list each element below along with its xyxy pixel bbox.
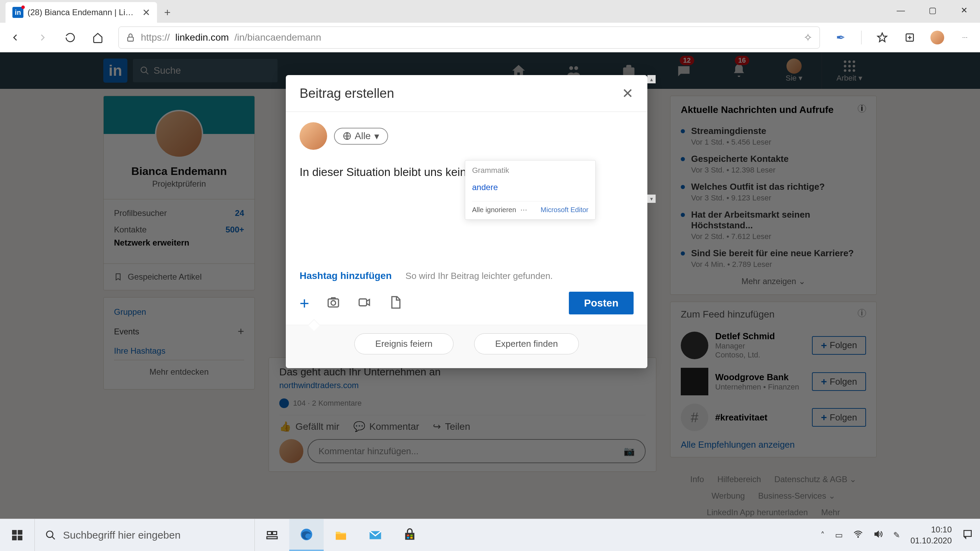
modal-title: Beitrag erstellen <box>299 86 394 101</box>
maximize-icon[interactable]: ▢ <box>916 0 948 21</box>
add-content-icon[interactable]: + <box>299 294 309 313</box>
svg-rect-20 <box>18 530 23 535</box>
svg-rect-31 <box>407 535 409 536</box>
svg-rect-26 <box>267 537 277 538</box>
address-bar[interactable]: https://linkedin.com/in/biancaendemann ✧ <box>118 27 820 49</box>
url-domain: linkedin.com <box>175 32 229 43</box>
scroll-up-icon[interactable]: ▴ <box>648 75 655 83</box>
wifi-icon[interactable] <box>853 529 863 541</box>
store-app-icon[interactable] <box>393 519 427 551</box>
hashtag-info: So wird Ihr Beitrag leichter gefunden. <box>406 271 553 281</box>
lock-icon <box>126 33 135 42</box>
tab-title: (28) Bianca Endemann | Linked... <box>27 8 138 17</box>
svg-point-23 <box>46 531 53 538</box>
clock[interactable]: 10:10 01.10.2020 <box>910 524 952 546</box>
svg-rect-25 <box>273 531 277 535</box>
svg-rect-21 <box>12 535 17 540</box>
linkedin-favicon: in <box>13 7 24 18</box>
popup-category: Grammatik <box>472 166 589 175</box>
svg-rect-24 <box>267 531 272 535</box>
mail-app-icon[interactable] <box>358 519 393 551</box>
more-icon[interactable]: ⋯ <box>520 205 527 214</box>
suggestion-option[interactable]: andere <box>472 179 589 196</box>
document-icon[interactable] <box>388 295 402 311</box>
task-view-icon[interactable] <box>255 519 289 551</box>
chip-find-experts[interactable]: Experten finden <box>474 333 579 354</box>
edge-app-icon[interactable] <box>289 519 324 551</box>
close-icon[interactable]: ✕ <box>622 85 633 101</box>
tray-chevron-icon[interactable]: ˄ <box>821 530 825 540</box>
svg-rect-32 <box>410 535 413 536</box>
favorites-icon[interactable] <box>875 31 889 45</box>
visibility-dropdown[interactable]: Alle ▾ <box>334 128 388 145</box>
refresh-icon[interactable] <box>64 31 77 45</box>
url-protocol: https:// <box>141 32 170 43</box>
svg-point-17 <box>331 301 336 305</box>
svg-rect-28 <box>336 534 346 540</box>
search-icon <box>45 530 56 541</box>
notifications-tray-icon[interactable] <box>962 529 973 542</box>
svg-rect-18 <box>359 299 367 306</box>
forward-icon <box>36 31 49 45</box>
volume-icon[interactable] <box>873 529 883 541</box>
svg-rect-0 <box>128 37 133 41</box>
close-tab-icon[interactable]: ✕ <box>142 7 150 18</box>
taskbar-search[interactable]: Suchbegriff hier eingeben <box>35 519 255 551</box>
globe-icon <box>343 132 351 140</box>
start-button[interactable] <box>0 519 35 551</box>
pen-icon[interactable]: ✎ <box>893 530 900 540</box>
ignore-all-button[interactable]: Alle ignorieren <box>472 206 516 214</box>
svg-rect-34 <box>410 537 413 538</box>
svg-rect-22 <box>18 535 23 540</box>
editor-suggestion-popup: Grammatik andere Alle ignorieren⋯ Micros… <box>465 160 596 220</box>
more-icon[interactable]: ⋯ <box>958 31 972 45</box>
profile-avatar-icon[interactable] <box>931 31 944 45</box>
reader-mode-icon[interactable]: ✧ <box>803 31 813 44</box>
chevron-down-icon: ▾ <box>374 131 379 142</box>
scroll-down-icon[interactable]: ▾ <box>648 194 655 203</box>
video-icon[interactable] <box>358 295 371 311</box>
battery-icon[interactable]: ▭ <box>835 530 843 540</box>
chip-celebrate[interactable]: Ereignis feiern <box>354 333 453 354</box>
url-path: /in/biancaendemann <box>234 32 321 43</box>
post-button[interactable]: Posten <box>569 292 633 314</box>
edge-feather-icon[interactable]: ✒ <box>834 31 848 45</box>
file-explorer-icon[interactable] <box>324 519 358 551</box>
collections-icon[interactable] <box>903 31 916 45</box>
svg-point-35 <box>858 537 858 537</box>
author-avatar <box>299 122 327 150</box>
svg-rect-30 <box>405 533 415 540</box>
create-post-modal: ▴ ▾ Beitrag erstellen ✕ Alle ▾ In dieser… <box>286 75 648 368</box>
add-hashtag-link[interactable]: Hashtag hinzufügen <box>299 270 392 281</box>
photo-icon[interactable] <box>326 295 340 311</box>
taskbar: Suchbegriff hier eingeben ˄ ▭ ✎ 10:10 01… <box>0 519 980 551</box>
home-icon[interactable] <box>91 31 105 45</box>
svg-rect-36 <box>964 530 971 536</box>
back-icon[interactable] <box>8 31 22 45</box>
editor-brand-link[interactable]: Microsoft Editor <box>541 206 589 214</box>
close-window-icon[interactable]: ✕ <box>948 0 980 21</box>
new-tab-button[interactable]: + <box>157 2 178 23</box>
svg-rect-19 <box>12 530 17 535</box>
minimize-icon[interactable]: — <box>885 0 916 21</box>
browser-tab[interactable]: in (28) Bianca Endemann | Linked... ✕ <box>5 2 157 23</box>
svg-rect-33 <box>407 537 409 538</box>
